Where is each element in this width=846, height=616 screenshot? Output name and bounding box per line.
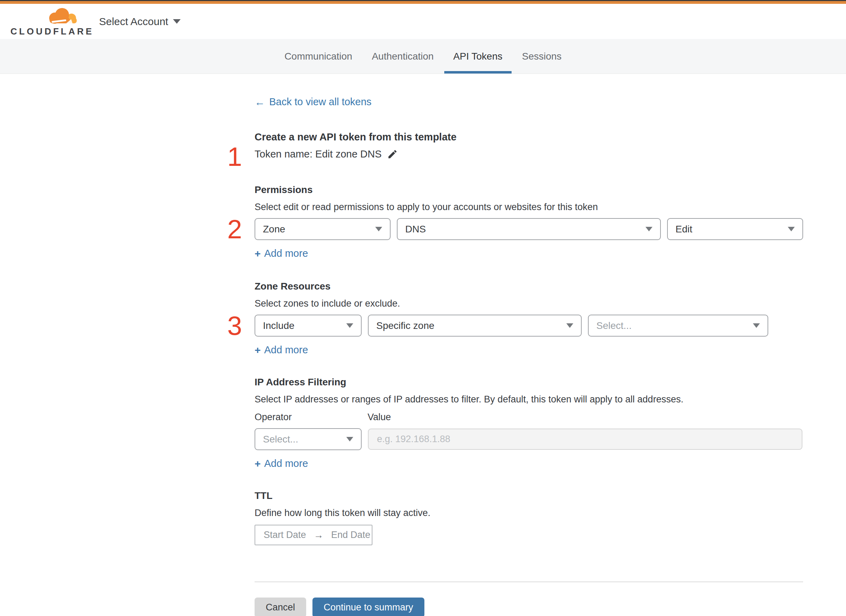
back-arrow-icon: ← bbox=[255, 97, 265, 107]
permissions-add-more-button[interactable]: + Add more bbox=[255, 248, 308, 259]
chevron-down-icon bbox=[346, 437, 353, 441]
ip-filtering-section: IP Address Filtering Select IP addresses… bbox=[255, 377, 803, 469]
select-placeholder: Select... bbox=[596, 320, 631, 331]
ip-filtering-row: Select... bbox=[255, 428, 803, 450]
token-name-text: Token name: Edit zone DNS bbox=[255, 148, 381, 160]
permissions-description: Select edit or read permissions to apply… bbox=[255, 202, 803, 213]
edit-pencil-icon[interactable] bbox=[387, 149, 398, 160]
ttl-date-range-picker[interactable]: Start Date → End Date bbox=[255, 525, 372, 545]
app-header: CLOUDFLARE Select Account bbox=[0, 4, 846, 39]
ip-filtering-add-more-button[interactable]: + Add more bbox=[255, 458, 308, 469]
cloudflare-wordmark: CLOUDFLARE bbox=[10, 27, 77, 36]
select-value: Include bbox=[263, 320, 294, 331]
chevron-down-icon bbox=[753, 323, 760, 328]
back-link-label: Back to view all tokens bbox=[269, 96, 371, 108]
end-date-placeholder: End Date bbox=[331, 529, 371, 540]
ttl-heading: TTL bbox=[255, 490, 803, 502]
chevron-down-icon bbox=[566, 323, 573, 328]
chevron-down-icon bbox=[375, 227, 382, 231]
chevron-down-icon bbox=[646, 227, 652, 231]
operator-label: Operator bbox=[255, 412, 368, 422]
step-number-3: 3 bbox=[224, 312, 246, 339]
start-date-placeholder: Start Date bbox=[263, 529, 306, 540]
zone-resources-section: Zone Resources Select zones to include o… bbox=[255, 281, 803, 356]
tab-authentication[interactable]: Authentication bbox=[363, 39, 443, 73]
cloudflare-cloud-icon bbox=[45, 7, 77, 26]
chevron-down-icon bbox=[788, 227, 795, 231]
chevron-down-icon bbox=[173, 19, 181, 24]
select-account-label: Select Account bbox=[99, 16, 168, 28]
value-label: Value bbox=[368, 412, 391, 422]
ip-filtering-labels: Operator Value bbox=[255, 412, 803, 422]
step-number-2: 2 bbox=[224, 216, 246, 242]
permissions-row: 2 Zone DNS Edit bbox=[255, 218, 803, 240]
cancel-button[interactable]: Cancel bbox=[255, 597, 306, 616]
zone-resources-description: Select zones to include or exclude. bbox=[255, 298, 803, 309]
tab-label: Sessions bbox=[522, 51, 562, 62]
tab-label: Authentication bbox=[372, 51, 434, 62]
page-title: Create a new API token from this templat… bbox=[255, 131, 803, 143]
permissions-heading: Permissions bbox=[255, 184, 803, 195]
tab-label: API Tokens bbox=[453, 51, 503, 62]
permission-service-select[interactable]: DNS bbox=[397, 218, 661, 240]
select-placeholder: Select... bbox=[263, 434, 298, 445]
tab-label: Communication bbox=[285, 51, 353, 62]
zone-picker-select[interactable]: Select... bbox=[588, 315, 768, 337]
zone-resources-row: 3 Include Specific zone Select... bbox=[255, 315, 803, 337]
select-value: Edit bbox=[675, 224, 692, 235]
plus-icon: + bbox=[255, 345, 261, 355]
cloudflare-logo[interactable]: CLOUDFLARE bbox=[10, 7, 77, 36]
zone-resources-heading: Zone Resources bbox=[255, 281, 803, 292]
add-more-label: Add more bbox=[264, 248, 308, 259]
permission-scope-select[interactable]: Zone bbox=[255, 218, 391, 240]
profile-tab-bar: Communication Authentication API Tokens … bbox=[0, 39, 846, 74]
zone-mode-select[interactable]: Include bbox=[255, 315, 362, 337]
tab-sessions[interactable]: Sessions bbox=[513, 39, 571, 73]
right-arrow-icon: → bbox=[314, 529, 324, 541]
add-more-label: Add more bbox=[264, 344, 308, 356]
operator-select[interactable]: Select... bbox=[255, 428, 362, 450]
plus-icon: + bbox=[255, 248, 261, 259]
ip-filtering-heading: IP Address Filtering bbox=[255, 377, 803, 388]
permissions-section: Permissions Select edit or read permissi… bbox=[255, 184, 803, 259]
footer-divider bbox=[255, 581, 803, 582]
select-account-dropdown[interactable]: Select Account bbox=[99, 16, 181, 28]
footer-actions: Cancel Continue to summary bbox=[255, 597, 803, 616]
select-value: Zone bbox=[263, 224, 285, 235]
back-to-tokens-link[interactable]: ← Back to view all tokens bbox=[255, 96, 371, 108]
add-more-label: Add more bbox=[264, 458, 308, 469]
token-template-form: ← Back to view all tokens Create a new A… bbox=[255, 74, 803, 616]
tab-api-tokens[interactable]: API Tokens bbox=[444, 39, 512, 73]
step-number-1: 1 bbox=[224, 144, 246, 170]
select-value: Specific zone bbox=[376, 320, 434, 331]
tab-communication[interactable]: Communication bbox=[275, 39, 362, 73]
chevron-down-icon bbox=[346, 323, 353, 328]
ttl-section: TTL Define how long this token will stay… bbox=[255, 490, 803, 545]
brand-top-bar bbox=[0, 1, 846, 4]
zone-resources-add-more-button[interactable]: + Add more bbox=[255, 344, 308, 356]
ip-filtering-description: Select IP addresses or ranges of IP addr… bbox=[255, 394, 803, 405]
token-name-row: 1 Token name: Edit zone DNS bbox=[255, 148, 803, 160]
continue-to-summary-button[interactable]: Continue to summary bbox=[312, 597, 424, 616]
plus-icon: + bbox=[255, 459, 261, 469]
permission-access-select[interactable]: Edit bbox=[667, 218, 803, 240]
zone-type-select[interactable]: Specific zone bbox=[368, 315, 582, 337]
select-value: DNS bbox=[405, 224, 426, 235]
ip-value-input bbox=[368, 428, 802, 450]
ttl-description: Define how long this token will stay act… bbox=[255, 507, 803, 518]
